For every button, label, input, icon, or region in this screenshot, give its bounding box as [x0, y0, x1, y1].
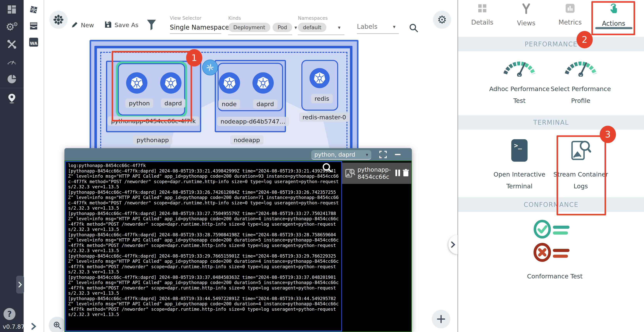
container-node[interactable]	[219, 72, 240, 94]
container-label: redis	[311, 94, 333, 103]
filter-funnel-icon[interactable]	[147, 19, 156, 31]
container-selector-dropdown[interactable]: python, daprd ▾	[311, 150, 371, 160]
pod-name-label: nodeapp-d64b5747…	[217, 117, 289, 126]
fullscreen-icon[interactable]	[379, 151, 387, 159]
container-redis[interactable]	[310, 68, 330, 88]
terminal-header[interactable]: python, daprd ▾	[64, 148, 412, 160]
adhoc-performance-test-button[interactable]: Adhoc Performance Test	[488, 57, 550, 107]
namespace-chip-default[interactable]: default	[298, 23, 326, 32]
log-entry: [pythonapp-8454cc66c-4f7fk:daprd] 2024-0…	[68, 211, 339, 232]
view-selector-label: View Selector	[170, 15, 235, 21]
log-pane[interactable]: log:pythonapp-8454cc66c-4f7fk [pythonapp…	[65, 161, 342, 332]
zoom-in-button[interactable]	[49, 317, 66, 332]
container-label: python	[125, 99, 153, 108]
chevron-down-icon: ▾	[338, 24, 340, 30]
log-entry: [pythonapp-8454cc66c-4f7fk:daprd] 2024-0…	[68, 296, 339, 317]
labels-placeholder: Labels	[357, 23, 378, 30]
add-button[interactable]	[432, 310, 450, 328]
pause-stream-icon[interactable]	[395, 169, 400, 177]
deployment-name-label: pythonapp	[133, 135, 172, 145]
kind-chip-pod[interactable]: Pod	[272, 23, 292, 32]
gear-icon: ⚙	[437, 14, 447, 25]
view-selector-dropdown[interactable]: Single Namespace ▾	[170, 23, 235, 31]
delete-stream-icon[interactable]	[402, 169, 409, 178]
container-label: node	[218, 99, 240, 109]
active-tab-underline	[595, 27, 632, 29]
action-label: Select Performance Profile	[550, 83, 612, 107]
save-as-button[interactable]: Save As	[104, 21, 138, 29]
select-performance-profile-button[interactable]: Select Performance Profile	[550, 57, 612, 107]
image-search-icon	[345, 168, 355, 179]
bar-chart-icon	[565, 3, 575, 14]
deployment-name-label: nodeapp	[230, 135, 264, 145]
dapr-logo-icon[interactable]	[24, 1, 44, 18]
tab-label: Actions	[602, 20, 626, 27]
pencil-icon	[71, 21, 78, 29]
sidebar-expand-button[interactable]	[16, 276, 24, 294]
pod-name-label: pythonapp-8454cc66c-4f7fk	[108, 116, 199, 126]
view-selector-group: View Selector Single Namespace ▾	[170, 15, 235, 34]
kinds-underline	[228, 35, 292, 35]
save-as-label: Save As	[114, 21, 138, 28]
annotation-badge-2: 2	[576, 31, 593, 48]
help-glyph: ?	[7, 310, 12, 319]
conformance-test-button[interactable]: Conformance Test	[520, 220, 590, 282]
kinds-label: Kinds	[228, 15, 297, 21]
tab-label: Details	[471, 18, 493, 26]
gauge-icon	[563, 57, 598, 77]
stream-list-pane: pythonapp-8454cc66c	[342, 161, 411, 332]
namespaces-dropdown[interactable]: default ▾	[298, 23, 344, 32]
dapr-sidecar-icon[interactable]	[202, 59, 218, 75]
view-flower-button[interactable]	[49, 11, 68, 29]
log-title: log:pythonapp-8454cc66c-4f7fk	[68, 163, 339, 168]
container-daprd-node[interactable]	[252, 72, 274, 94]
new-button[interactable]: New	[71, 21, 94, 29]
help-button[interactable]: ?	[4, 308, 16, 320]
new-label: New	[81, 22, 94, 29]
action-label: Open Interactive Terminal	[488, 169, 550, 192]
settings-button[interactable]: ⚙	[433, 11, 451, 29]
tab-details[interactable]: Details	[460, 3, 504, 26]
panel-collapse-button[interactable]	[448, 235, 458, 254]
log-entry: [pythonapp-8454cc66c-4f7fk:daprd] 2024-0…	[68, 190, 339, 211]
tab-actions[interactable]: Actions	[592, 3, 636, 27]
webassembly-icon[interactable]: WA	[24, 34, 44, 50]
view-selector-value: Single Namespace	[170, 23, 229, 31]
container-selector-value: python, daprd	[314, 151, 355, 158]
performance-gauge-icon[interactable]	[0, 53, 24, 70]
tab-views[interactable]: Views	[504, 3, 548, 27]
container-label: daprd	[161, 99, 185, 108]
minimize-icon[interactable]	[395, 154, 401, 155]
kind-chip-deployment[interactable]: Deployment	[228, 23, 270, 32]
inbox-icon[interactable]	[24, 18, 44, 34]
tab-label: Views	[517, 19, 536, 27]
rail-expand-chevron[interactable]	[31, 323, 36, 331]
log-entry: [pythonapp-8454cc66c-4f7fk:daprd] 2024-0…	[68, 232, 339, 254]
chevron-down-icon: ▾	[393, 24, 396, 29]
log-terminal-window: python, daprd ▾ log:pythonapp-8454cc66c-…	[64, 148, 412, 332]
tab-metrics[interactable]: Metrics	[548, 3, 592, 26]
section-terminal: TERMINAL	[458, 115, 644, 130]
open-interactive-terminal-button[interactable]: >_ Open Interactive Terminal	[488, 139, 550, 192]
gauge-icon	[502, 57, 537, 77]
container-python[interactable]	[126, 72, 148, 94]
version-label: v0.7.87	[3, 323, 24, 330]
stream-container-logs-button[interactable]: Stream Container Logs	[550, 139, 612, 192]
labels-dropdown[interactable]: Labels ▾	[357, 23, 399, 30]
location-pin-icon[interactable]	[0, 90, 24, 107]
search-icon[interactable]	[408, 23, 419, 34]
annotation-badge-1: 1	[186, 49, 202, 66]
namespaces-group: Namespaces default ▾	[298, 15, 344, 35]
settings-gears-icon[interactable]: ⚙⚙	[0, 18, 24, 35]
tools-icon[interactable]	[0, 35, 24, 53]
stream-item-pythonapp[interactable]: pythonapp-8454cc66c	[342, 163, 411, 184]
dashboard-icon[interactable]	[0, 1, 24, 18]
magnifier-cursor-icon	[322, 162, 333, 174]
namespaces-label: Namespaces	[298, 15, 344, 21]
kinds-dropdown[interactable]: Deployment Pod ▾	[228, 23, 297, 32]
container-daprd-python[interactable]	[160, 72, 182, 94]
terminal-icon: >_	[511, 139, 528, 163]
sidebar-divider	[0, 88, 24, 88]
action-label: Conformance Test	[520, 271, 590, 282]
mesh-chart-icon[interactable]	[0, 70, 24, 88]
